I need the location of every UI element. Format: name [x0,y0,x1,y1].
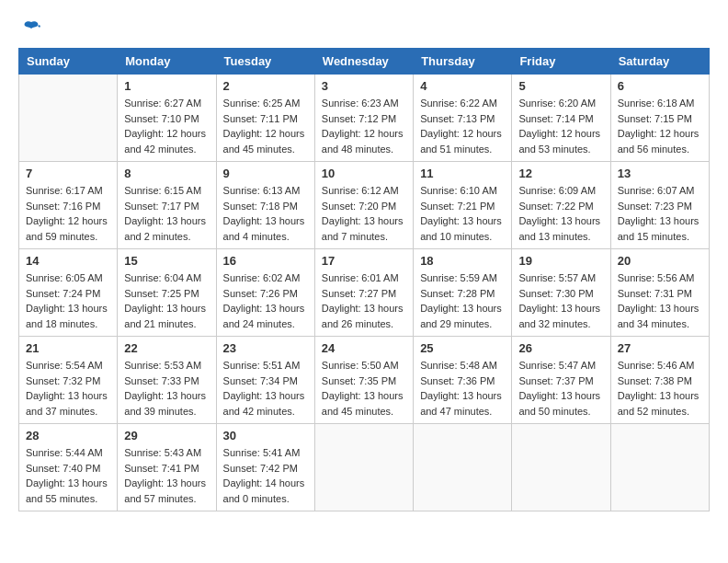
calendar-cell: 18Sunrise: 5:59 AM Sunset: 7:28 PM Dayli… [414,249,512,337]
calendar-cell: 14Sunrise: 6:05 AM Sunset: 7:24 PM Dayli… [19,249,118,337]
day-number: 3 [322,79,406,93]
day-header-saturday: Saturday [610,49,709,75]
calendar-cell: 11Sunrise: 6:10 AM Sunset: 7:21 PM Dayli… [414,162,512,249]
day-header-tuesday: Tuesday [216,49,314,75]
day-info: Sunrise: 6:04 AM Sunset: 7:25 PM Dayligh… [124,270,209,331]
day-number: 2 [223,79,308,93]
day-number: 22 [124,341,209,355]
day-number: 5 [518,79,603,93]
day-info: Sunrise: 6:01 AM Sunset: 7:27 PM Dayligh… [322,270,406,331]
page-header [18,18,710,40]
calendar-cell: 15Sunrise: 6:04 AM Sunset: 7:25 PM Dayli… [118,249,216,337]
calendar-week-row: 21Sunrise: 5:54 AM Sunset: 7:32 PM Dayli… [19,337,710,424]
logo-bird-icon [21,18,41,39]
day-number: 19 [518,254,603,268]
calendar-cell: 28Sunrise: 5:44 AM Sunset: 7:40 PM Dayli… [19,424,118,511]
calendar-cell: 16Sunrise: 6:02 AM Sunset: 7:26 PM Dayli… [216,249,314,337]
day-info: Sunrise: 6:09 AM Sunset: 7:22 PM Dayligh… [518,183,603,244]
day-number: 14 [26,254,110,268]
day-info: Sunrise: 6:10 AM Sunset: 7:21 PM Dayligh… [420,183,505,244]
day-info: Sunrise: 5:44 AM Sunset: 7:40 PM Dayligh… [26,445,110,506]
day-number: 21 [26,341,110,355]
calendar-cell [610,424,709,511]
calendar-cell: 27Sunrise: 5:46 AM Sunset: 7:38 PM Dayli… [610,337,709,424]
day-info: Sunrise: 5:53 AM Sunset: 7:33 PM Dayligh… [124,358,209,419]
day-number: 27 [618,341,702,355]
day-info: Sunrise: 5:59 AM Sunset: 7:28 PM Dayligh… [420,270,505,331]
calendar-cell: 5Sunrise: 6:20 AM Sunset: 7:14 PM Daylig… [512,75,610,162]
day-number: 25 [420,341,505,355]
day-info: Sunrise: 6:22 AM Sunset: 7:13 PM Dayligh… [420,96,505,156]
day-info: Sunrise: 5:51 AM Sunset: 7:34 PM Dayligh… [223,358,308,419]
day-number: 24 [322,341,406,355]
day-header-monday: Monday [118,49,216,75]
calendar-cell: 26Sunrise: 5:47 AM Sunset: 7:37 PM Dayli… [512,337,610,424]
calendar-cell: 1Sunrise: 6:27 AM Sunset: 7:10 PM Daylig… [118,75,216,162]
calendar-header-row: SundayMondayTuesdayWednesdayThursdayFrid… [19,49,710,75]
logo [18,18,41,40]
calendar-week-row: 28Sunrise: 5:44 AM Sunset: 7:40 PM Dayli… [19,424,710,511]
day-header-wednesday: Wednesday [314,49,413,75]
calendar-cell: 23Sunrise: 5:51 AM Sunset: 7:34 PM Dayli… [216,337,314,424]
day-info: Sunrise: 6:07 AM Sunset: 7:23 PM Dayligh… [618,183,702,244]
calendar-cell [512,424,610,511]
calendar-cell: 3Sunrise: 6:23 AM Sunset: 7:12 PM Daylig… [314,75,413,162]
day-info: Sunrise: 5:41 AM Sunset: 7:42 PM Dayligh… [223,445,308,506]
day-number: 4 [420,79,505,93]
calendar-cell: 21Sunrise: 5:54 AM Sunset: 7:32 PM Dayli… [19,337,118,424]
day-number: 28 [26,429,110,442]
day-info: Sunrise: 5:43 AM Sunset: 7:41 PM Dayligh… [124,445,209,506]
day-info: Sunrise: 5:54 AM Sunset: 7:32 PM Dayligh… [26,358,110,419]
day-number: 23 [223,341,308,355]
day-number: 17 [322,254,406,268]
calendar-cell: 20Sunrise: 5:56 AM Sunset: 7:31 PM Dayli… [610,249,709,337]
day-info: Sunrise: 5:48 AM Sunset: 7:36 PM Dayligh… [420,358,505,419]
day-info: Sunrise: 5:47 AM Sunset: 7:37 PM Dayligh… [518,358,603,419]
day-info: Sunrise: 6:05 AM Sunset: 7:24 PM Dayligh… [26,270,110,331]
day-number: 16 [223,254,308,268]
calendar-cell: 12Sunrise: 6:09 AM Sunset: 7:22 PM Dayli… [512,162,610,249]
day-number: 30 [223,429,308,442]
day-number: 12 [518,167,603,180]
calendar-week-row: 14Sunrise: 6:05 AM Sunset: 7:24 PM Dayli… [19,249,710,337]
day-info: Sunrise: 6:20 AM Sunset: 7:14 PM Dayligh… [518,96,603,156]
day-info: Sunrise: 6:18 AM Sunset: 7:15 PM Dayligh… [618,96,702,156]
calendar-cell: 8Sunrise: 6:15 AM Sunset: 7:17 PM Daylig… [118,162,216,249]
day-info: Sunrise: 5:57 AM Sunset: 7:30 PM Dayligh… [518,270,603,331]
calendar-cell: 13Sunrise: 6:07 AM Sunset: 7:23 PM Dayli… [610,162,709,249]
day-number: 15 [124,254,209,268]
calendar-week-row: 7Sunrise: 6:17 AM Sunset: 7:16 PM Daylig… [19,162,710,249]
day-info: Sunrise: 6:13 AM Sunset: 7:18 PM Dayligh… [223,183,308,244]
calendar-table: SundayMondayTuesdayWednesdayThursdayFrid… [18,48,710,511]
day-number: 29 [124,429,209,442]
day-number: 11 [420,167,505,180]
day-number: 26 [518,341,603,355]
calendar-cell [19,75,118,162]
calendar-cell: 25Sunrise: 5:48 AM Sunset: 7:36 PM Dayli… [414,337,512,424]
day-info: Sunrise: 6:15 AM Sunset: 7:17 PM Dayligh… [124,183,209,244]
day-number: 20 [618,254,702,268]
day-info: Sunrise: 6:12 AM Sunset: 7:20 PM Dayligh… [322,183,406,244]
day-number: 9 [223,167,308,180]
day-info: Sunrise: 6:25 AM Sunset: 7:11 PM Dayligh… [223,96,308,156]
day-info: Sunrise: 6:27 AM Sunset: 7:10 PM Dayligh… [124,96,209,156]
day-number: 10 [322,167,406,180]
calendar-cell [414,424,512,511]
calendar-cell: 17Sunrise: 6:01 AM Sunset: 7:27 PM Dayli… [314,249,413,337]
day-number: 6 [618,79,702,93]
calendar-cell: 22Sunrise: 5:53 AM Sunset: 7:33 PM Dayli… [118,337,216,424]
day-info: Sunrise: 5:46 AM Sunset: 7:38 PM Dayligh… [618,358,702,419]
calendar-cell [314,424,413,511]
day-number: 8 [124,167,209,180]
day-number: 13 [618,167,702,180]
calendar-cell: 2Sunrise: 6:25 AM Sunset: 7:11 PM Daylig… [216,75,314,162]
day-header-sunday: Sunday [19,49,118,75]
day-info: Sunrise: 6:02 AM Sunset: 7:26 PM Dayligh… [223,270,308,331]
calendar-cell: 7Sunrise: 6:17 AM Sunset: 7:16 PM Daylig… [19,162,118,249]
calendar-cell: 29Sunrise: 5:43 AM Sunset: 7:41 PM Dayli… [118,424,216,511]
day-header-thursday: Thursday [414,49,512,75]
day-number: 18 [420,254,505,268]
day-header-friday: Friday [512,49,610,75]
calendar-cell: 19Sunrise: 5:57 AM Sunset: 7:30 PM Dayli… [512,249,610,337]
day-info: Sunrise: 6:17 AM Sunset: 7:16 PM Dayligh… [26,183,110,244]
